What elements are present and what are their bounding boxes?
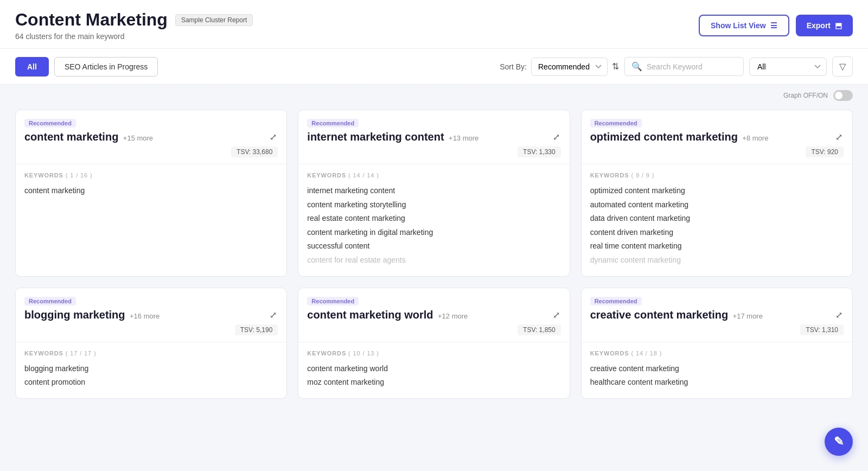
sample-badge: Sample Cluster Report — [175, 14, 253, 26]
card-header: Recommended internet marketing content +… — [298, 110, 569, 164]
sort-order-icon[interactable]: ⇅ — [612, 61, 619, 72]
page-header: Content Marketing Sample Cluster Report … — [0, 0, 868, 49]
all-filter-select[interactable]: All Recommended In Progress — [749, 58, 827, 76]
all-filter-button[interactable]: All — [15, 57, 49, 77]
filter-tabs: All SEO Articles in Progress — [15, 57, 158, 77]
keywords-label: KEYWORDS ( 1 / 16 ) — [24, 172, 278, 179]
toolbar-right: Sort By: Recommended Alphabetical TSV ⇅ … — [500, 56, 853, 77]
tsv-badge: TSV: 5,190 — [235, 324, 278, 335]
card-title-group: internet marketing content +13 more — [307, 131, 478, 143]
graph-toggle-label: Graph OFF/ON — [783, 92, 828, 99]
card-title-row: content marketing world +12 more ⤢ — [307, 309, 560, 321]
keyword-item: content marketing storytelling — [307, 198, 560, 212]
card-4: Recommended blogging marketing +16 more … — [15, 288, 287, 399]
keywords-count: ( 1 / 16 ) — [66, 172, 93, 179]
tsv-row: TSV: 920 — [590, 143, 844, 158]
graph-toggle-switch[interactable] — [833, 90, 853, 101]
tsv-row: TSV: 33,680 — [24, 143, 278, 158]
keywords-label: KEYWORDS ( 14 / 14 ) — [307, 172, 560, 179]
graph-toggle-bar: Graph OFF/ON — [0, 85, 868, 104]
keyword-list: content marketing worldmoz content marke… — [307, 362, 560, 390]
search-box: 🔍 — [624, 57, 744, 76]
toolbar: All SEO Articles in Progress Sort By: Re… — [0, 49, 868, 85]
card-title-group: content marketing world +12 more — [307, 309, 468, 321]
card-title: creative content marketing — [590, 309, 729, 321]
sort-label: Sort By: — [500, 62, 527, 71]
keywords-count: ( 17 / 17 ) — [66, 350, 97, 357]
expand-button[interactable]: ⤢ — [552, 131, 561, 143]
recommended-badge: Recommended — [590, 297, 642, 305]
export-button[interactable]: Export ⬒ — [796, 15, 853, 36]
card-body: KEYWORDS ( 14 / 14 ) internet marketing … — [298, 164, 569, 276]
card-title-more: +8 more — [742, 134, 768, 142]
list-view-label: Show List View — [711, 21, 766, 30]
keyword-list: blogging marketingcontent promotion — [24, 362, 278, 390]
card-title-group: optimized content marketing +8 more — [590, 131, 769, 143]
keyword-item: creative content marketing — [590, 362, 844, 376]
search-icon: 🔍 — [631, 61, 642, 72]
recommended-badge: Recommended — [590, 119, 642, 128]
card-title-more: +16 more — [130, 312, 159, 320]
keyword-item: real time content marketing — [590, 239, 844, 253]
card-title-row: blogging marketing +16 more ⤢ — [24, 309, 278, 321]
keywords-count: ( 10 / 13 ) — [348, 350, 379, 357]
filter-button[interactable]: ▽ — [832, 56, 853, 77]
keyword-list: creative content marketinghealthcare con… — [590, 362, 844, 390]
list-view-button[interactable]: Show List View ☰ — [699, 15, 789, 36]
tsv-row: TSV: 1,310 — [590, 321, 844, 336]
card-2: Recommended internet marketing content +… — [298, 110, 570, 277]
seo-articles-filter-button[interactable]: SEO Articles in Progress — [54, 57, 158, 77]
keyword-item: content for real estate agents — [307, 253, 560, 268]
keyword-item: data driven content marketing — [590, 212, 844, 226]
expand-button[interactable]: ⤢ — [269, 131, 278, 143]
tsv-row: TSV: 5,190 — [24, 321, 278, 336]
header-left: Content Marketing Sample Cluster Report … — [15, 10, 253, 41]
keywords-label: KEYWORDS ( 17 / 17 ) — [24, 350, 278, 357]
expand-button[interactable]: ⤢ — [834, 309, 844, 321]
keyword-item: successful content — [307, 239, 560, 253]
card-title: content marketing — [24, 131, 118, 143]
title-text: Content Marketing — [15, 10, 168, 30]
search-input[interactable] — [647, 62, 737, 71]
keyword-item: internet marketing content — [307, 184, 560, 198]
keyword-item: content marketing world — [307, 362, 560, 376]
tsv-badge: TSV: 1,330 — [518, 147, 561, 157]
keywords-count: ( 9 / 9 ) — [631, 172, 654, 179]
expand-button[interactable]: ⤢ — [269, 309, 278, 321]
cards-grid: Recommended content marketing +15 more ⤢… — [0, 104, 868, 414]
card-title: optimized content marketing — [590, 131, 738, 143]
keyword-item: healthcare content marketing — [590, 375, 844, 390]
card-title: content marketing world — [307, 309, 433, 321]
recommended-badge: Recommended — [24, 119, 76, 128]
card-header: Recommended content marketing world +12 … — [298, 288, 569, 342]
keywords-count: ( 14 / 18 ) — [631, 350, 662, 357]
card-5: Recommended content marketing world +12 … — [298, 288, 570, 399]
card-body: KEYWORDS ( 9 / 9 ) optimized content mar… — [582, 164, 852, 276]
card-6: Recommended creative content marketing +… — [581, 288, 853, 399]
keyword-item: automated content marketing — [590, 198, 844, 212]
expand-button[interactable]: ⤢ — [552, 309, 561, 321]
card-header: Recommended optimized content marketing … — [582, 110, 852, 164]
keywords-label: KEYWORDS ( 14 / 18 ) — [590, 350, 844, 357]
tsv-badge: TSV: 33,680 — [231, 147, 278, 157]
keyword-list: content marketing — [24, 184, 278, 198]
keyword-item: moz content marketing — [307, 375, 560, 390]
card-title-group: creative content marketing +17 more — [590, 309, 763, 321]
keyword-item: dynamic content marketing — [590, 253, 844, 268]
card-title-more: +15 more — [123, 134, 153, 142]
tsv-badge: TSV: 1,310 — [800, 324, 844, 335]
card-title-row: content marketing +15 more ⤢ — [24, 131, 278, 143]
tsv-row: TSV: 1,850 — [307, 321, 560, 336]
sort-select[interactable]: Recommended Alphabetical TSV — [531, 58, 608, 76]
card-body: KEYWORDS ( 14 / 18 ) creative content ma… — [582, 342, 852, 398]
card-title-more: +12 more — [438, 312, 468, 320]
keywords-label: KEYWORDS ( 9 / 9 ) — [590, 172, 844, 179]
keyword-item: blogging marketing — [24, 362, 278, 376]
page-title: Content Marketing Sample Cluster Report — [15, 10, 253, 30]
card-body: KEYWORDS ( 17 / 17 ) blogging marketingc… — [16, 342, 286, 398]
recommended-badge: Recommended — [307, 297, 359, 305]
card-title-group: content marketing +15 more — [24, 131, 153, 143]
export-icon: ⬒ — [835, 21, 842, 30]
card-title-row: internet marketing content +13 more ⤢ — [307, 131, 560, 143]
expand-button[interactable]: ⤢ — [834, 131, 844, 143]
